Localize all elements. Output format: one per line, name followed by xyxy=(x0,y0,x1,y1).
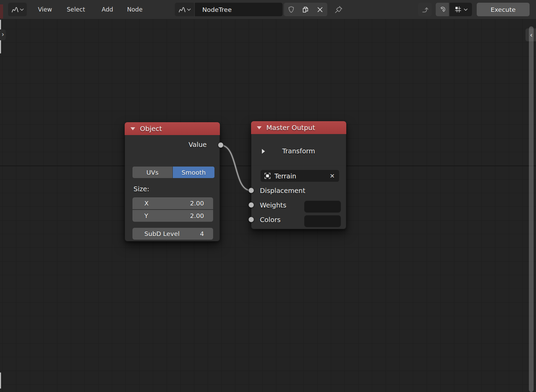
pin-icon xyxy=(334,5,343,14)
transform-panel[interactable]: Transform xyxy=(251,147,346,156)
value-output-socket[interactable] xyxy=(218,142,224,148)
master-output-node-title: Master Output xyxy=(266,124,315,132)
toolbar-toggle-chevron[interactable]: › xyxy=(0,29,6,40)
master-output-node[interactable]: Master Output Transform Terrain ✕ Displa… xyxy=(251,121,346,229)
object-node-header[interactable]: Object xyxy=(125,122,220,135)
size-x-label: X xyxy=(144,197,149,209)
duplicate-data-button[interactable] xyxy=(298,3,313,16)
collapse-triangle-icon[interactable] xyxy=(257,126,262,129)
menu-select[interactable]: Select xyxy=(67,0,85,19)
fake-user-shield-button[interactable] xyxy=(284,3,298,16)
object-node[interactable]: Object Value UVs Smooth Size: X 2.00 Y 2… xyxy=(125,122,220,241)
unlink-object-icon[interactable]: ✕ xyxy=(330,172,335,179)
value-output-label: Value xyxy=(125,140,220,150)
colors-input-socket[interactable] xyxy=(248,217,254,222)
object-node-title: Object xyxy=(140,125,162,133)
colors-input-label: Colors xyxy=(260,215,281,225)
window-edge-accent xyxy=(0,4,3,19)
node-editor-icon xyxy=(12,6,19,13)
subd-level-label: SubD Level xyxy=(144,228,180,240)
shield-icon xyxy=(288,6,294,13)
weights-input-label: Weights xyxy=(260,201,286,210)
unlink-data-button[interactable] xyxy=(313,3,327,16)
node-tree-icon xyxy=(179,6,186,13)
sidebar-toggle-chevron[interactable]: ‹ xyxy=(529,30,534,39)
size-y-label: Y xyxy=(144,210,148,222)
terrain-object-selector[interactable]: Terrain ✕ xyxy=(261,170,339,182)
displacement-input-label: Displacement xyxy=(260,186,305,196)
master-output-node-header[interactable]: Master Output xyxy=(251,121,346,134)
left-edge-handle-bottom[interactable] xyxy=(0,372,1,389)
header-bar: View Select Add Node xyxy=(0,0,536,19)
weights-value-field[interactable] xyxy=(304,201,341,213)
object-data-icon xyxy=(264,172,271,179)
size-y-value: 2.00 xyxy=(190,210,204,222)
colors-value-field[interactable] xyxy=(304,215,341,227)
chevron-down-icon xyxy=(187,8,191,11)
collapse-triangle-icon[interactable] xyxy=(130,127,135,130)
menu-add[interactable]: Add xyxy=(102,0,113,19)
size-x-slider[interactable]: X 2.00 xyxy=(132,197,213,209)
editor-type-dropdown[interactable] xyxy=(8,3,27,16)
execute-button[interactable]: Execute xyxy=(477,3,530,16)
chevron-down-icon xyxy=(20,8,24,11)
size-label: Size: xyxy=(133,185,149,193)
menu-view[interactable]: View xyxy=(38,0,52,19)
node-tree-name-input[interactable] xyxy=(195,3,283,16)
menu-node[interactable]: Node xyxy=(127,0,143,19)
id-block-button-group xyxy=(284,3,327,16)
expand-triangle-icon[interactable] xyxy=(262,149,265,154)
vertical-scrollbar[interactable] xyxy=(529,26,534,392)
close-icon xyxy=(317,7,323,13)
snap-mode-dropdown[interactable] xyxy=(450,3,472,16)
object-name: Terrain xyxy=(274,172,330,180)
size-x-value: 2.00 xyxy=(190,197,204,209)
subd-level-slider[interactable]: SubD Level 4 xyxy=(132,228,213,240)
subd-level-value: 4 xyxy=(200,228,204,240)
go-to-parent-tree-button[interactable] xyxy=(418,3,432,16)
uv-smooth-segmented-control: UVs Smooth xyxy=(132,167,214,178)
transform-panel-label: Transform xyxy=(282,147,315,155)
size-y-slider[interactable]: Y 2.00 xyxy=(132,210,213,222)
smooth-button[interactable]: Smooth xyxy=(173,167,214,178)
duplicate-icon xyxy=(302,6,309,13)
weights-input-socket[interactable] xyxy=(248,202,254,208)
arrow-up-parent-icon xyxy=(421,6,429,14)
magnet-icon xyxy=(439,6,446,13)
uvs-button[interactable]: UVs xyxy=(132,167,172,178)
tree-browse-dropdown[interactable] xyxy=(175,3,194,16)
snap-toggle-button[interactable] xyxy=(436,3,449,16)
displacement-input-socket[interactable] xyxy=(248,188,254,193)
pin-button[interactable] xyxy=(332,3,345,16)
chevron-down-icon xyxy=(464,8,468,11)
snap-grid-icon xyxy=(454,6,462,13)
